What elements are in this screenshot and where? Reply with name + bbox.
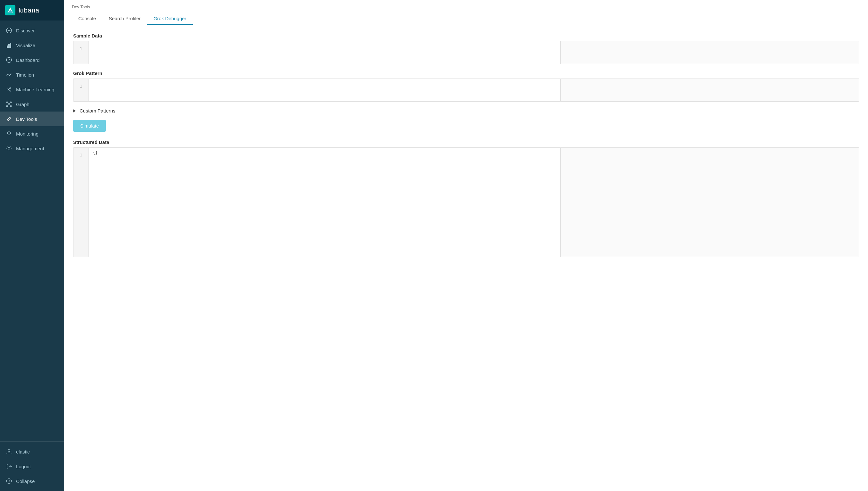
svg-point-16 xyxy=(10,87,11,89)
tab-search-profiler[interactable]: Search Profiler xyxy=(102,12,147,25)
bar-chart-icon xyxy=(6,42,12,49)
sidebar-item-machine-learning[interactable]: Machine Learning xyxy=(0,82,64,97)
sidebar-item-discover[interactable]: Discover xyxy=(0,23,64,38)
simulate-button[interactable]: Simulate xyxy=(73,120,106,132)
sidebar-item-visualize[interactable]: Visualize xyxy=(0,38,64,53)
sidebar-nav: Discover Visualize xyxy=(0,21,64,441)
svg-line-26 xyxy=(10,103,10,104)
svg-point-22 xyxy=(10,102,11,103)
graph-icon xyxy=(6,101,12,107)
custom-patterns-label: Custom Patterns xyxy=(80,108,115,113)
sidebar-item-visualize-label: Visualize xyxy=(16,42,35,48)
sidebar-item-collapse-label: Collapse xyxy=(16,479,35,484)
tab-bar: Console Search Profiler Grok Debugger xyxy=(72,12,860,25)
user-icon xyxy=(6,449,12,455)
kibana-logo-text: kibana xyxy=(19,7,39,14)
sidebar-item-graph-label: Graph xyxy=(16,102,29,107)
custom-patterns-toggle[interactable]: Custom Patterns xyxy=(73,108,859,113)
timelion-icon xyxy=(6,71,12,78)
sidebar-item-logout[interactable]: Logout xyxy=(0,459,64,474)
chevron-right-icon xyxy=(73,109,76,113)
sidebar-item-ml-label: Machine Learning xyxy=(16,87,54,92)
sample-data-gutter: 1 xyxy=(74,41,89,64)
tab-console[interactable]: Console xyxy=(72,12,102,25)
svg-line-29 xyxy=(8,120,8,120)
sidebar-item-discover-label: Discover xyxy=(16,28,35,33)
sidebar-bottom: elastic Logout Collapse xyxy=(0,441,64,491)
sidebar-item-user[interactable]: elastic xyxy=(0,444,64,459)
collapse-icon xyxy=(6,478,12,484)
ml-icon xyxy=(6,86,12,93)
sample-data-editor: 1 xyxy=(73,41,859,64)
tab-grok-debugger[interactable]: Grok Debugger xyxy=(147,12,193,25)
svg-rect-9 xyxy=(8,44,10,48)
svg-point-17 xyxy=(10,90,11,91)
svg-line-19 xyxy=(8,89,10,90)
structured-data-line-1: 1 xyxy=(74,150,88,160)
sidebar-item-dev-tools-label: Dev Tools xyxy=(16,116,37,122)
sidebar-item-timelion-label: Timelion xyxy=(16,72,34,78)
wrench-icon xyxy=(6,116,12,122)
sidebar-item-monitoring-label: Monitoring xyxy=(16,131,38,137)
svg-point-3 xyxy=(8,30,10,31)
svg-point-21 xyxy=(6,102,8,103)
main-content: Dev Tools Console Search Profiler Grok D… xyxy=(64,0,868,491)
sidebar-item-dashboard[interactable]: Dashboard xyxy=(0,53,64,67)
structured-data-gutter: 1 xyxy=(74,148,89,257)
kibana-logo-icon xyxy=(5,5,16,16)
svg-rect-8 xyxy=(7,46,8,48)
logout-icon xyxy=(6,463,12,469)
svg-point-15 xyxy=(7,89,8,90)
sidebar-item-management-label: Management xyxy=(16,146,44,151)
sidebar-item-dev-tools[interactable]: Dev Tools xyxy=(0,112,64,126)
dashboard-icon xyxy=(6,57,12,63)
svg-line-25 xyxy=(8,103,8,104)
page-header: Dev Tools Console Search Profiler Grok D… xyxy=(64,0,868,25)
sidebar-item-logout-label: Logout xyxy=(16,464,31,469)
logo-area: kibana xyxy=(0,0,64,21)
compass-icon xyxy=(6,27,12,34)
sidebar-item-dashboard-label: Dashboard xyxy=(16,57,39,63)
sample-data-right-panel xyxy=(560,41,859,64)
sample-data-label: Sample Data xyxy=(73,33,859,38)
svg-line-28 xyxy=(10,105,10,106)
grok-pattern-editor: 1 xyxy=(73,79,859,102)
svg-line-27 xyxy=(8,105,8,106)
breadcrumb: Dev Tools xyxy=(72,4,860,9)
grok-pattern-input[interactable] xyxy=(89,79,560,101)
svg-point-30 xyxy=(8,147,10,149)
structured-data-right-panel xyxy=(560,148,859,257)
grok-pattern-right-panel xyxy=(560,79,859,101)
grok-pattern-gutter: 1 xyxy=(74,79,89,101)
sample-data-input[interactable] xyxy=(89,41,560,64)
sidebar-item-user-label: elastic xyxy=(16,449,30,455)
grok-pattern-label: Grok Pattern xyxy=(73,70,859,76)
structured-data-editor: 1 {} xyxy=(73,147,859,257)
sidebar-item-monitoring[interactable]: Monitoring xyxy=(0,126,64,141)
gear-icon xyxy=(6,145,12,152)
sidebar-item-management[interactable]: Management xyxy=(0,141,64,156)
svg-point-33 xyxy=(6,479,11,484)
sample-data-line-1: 1 xyxy=(74,44,88,54)
svg-point-31 xyxy=(8,450,10,452)
grok-pattern-line-1: 1 xyxy=(74,81,88,91)
structured-data-label: Structured Data xyxy=(73,139,859,145)
sidebar-item-collapse[interactable]: Collapse xyxy=(0,474,64,488)
svg-point-24 xyxy=(10,106,11,107)
grok-debugger-content: Sample Data 1 Grok Pattern 1 Custom Patt… xyxy=(64,25,868,491)
heart-icon xyxy=(6,131,12,137)
svg-point-23 xyxy=(6,106,8,107)
sidebar-item-timelion[interactable]: Timelion xyxy=(0,67,64,82)
svg-rect-10 xyxy=(10,43,11,48)
structured-data-output: {} xyxy=(89,148,560,257)
sidebar-item-graph[interactable]: Graph xyxy=(0,97,64,112)
svg-point-20 xyxy=(8,104,10,105)
sidebar: kibana Discover xyxy=(0,0,64,491)
svg-line-18 xyxy=(8,88,10,89)
